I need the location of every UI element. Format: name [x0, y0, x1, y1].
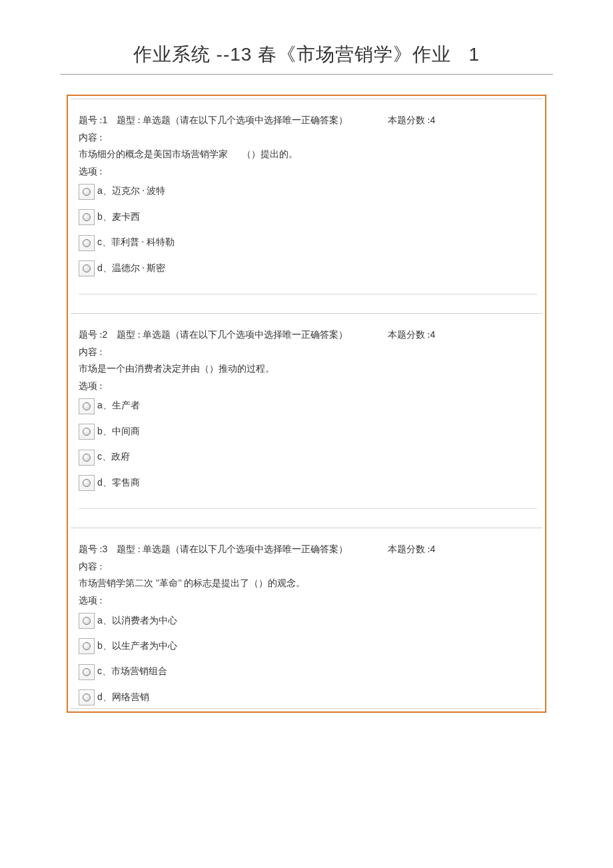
option-item: a、迈克尔 · 波特 — [79, 183, 537, 199]
radio-icon[interactable] — [79, 209, 95, 225]
qno-label: 题号 : — [79, 330, 102, 340]
option-key: d — [97, 262, 103, 273]
option-key: c — [97, 236, 102, 247]
option-key: d — [97, 691, 103, 702]
options-label: 选项 : — [79, 594, 537, 608]
option-key: c — [97, 451, 102, 462]
option-item: c、政府 — [79, 449, 537, 465]
options-list: a、生产者 b、中间商 c、政府 d、零售商 — [79, 398, 537, 491]
question-header: 题号 :2 题型 : 单选题（请在以下几个选项中选择唯一正确答案）本题分数 :4 — [79, 327, 537, 342]
page-title: 作业系统 --13 春《市场营销学》作业 1 — [0, 40, 613, 70]
option-item: d、温德尔 · 斯密 — [79, 260, 537, 276]
radio-icon[interactable] — [79, 613, 95, 629]
option-label: 、市场营销组合 — [102, 666, 167, 676]
score-value: 4 — [430, 544, 435, 554]
option-label: 、以消费者为中心 — [103, 616, 177, 626]
option-label: 、网络营销 — [103, 692, 149, 702]
option-text: a、生产者 — [97, 398, 140, 414]
option-key: b — [97, 426, 103, 436]
radio-icon[interactable] — [79, 424, 95, 440]
question-block: 题号 :2 题型 : 单选题（请在以下几个选项中选择唯一正确答案）本题分数 :4… — [71, 313, 542, 528]
option-text: c、政府 — [97, 449, 130, 465]
score-label: 本题分数 : — [388, 115, 430, 125]
option-item: b、麦卡西 — [79, 209, 537, 225]
qno-value: 3 — [102, 544, 107, 554]
option-text: d、零售商 — [97, 475, 140, 491]
qtype-label: 题型 : — [117, 330, 143, 340]
qno-label: 题号 : — [79, 115, 102, 125]
option-key: b — [97, 640, 103, 651]
questions-container: 题号 :1 题型 : 单选题（请在以下几个选项中选择唯一正确答案）本题分数 :4… — [67, 95, 546, 713]
option-item: b、中间商 — [79, 424, 537, 440]
option-label: 、政府 — [102, 452, 130, 462]
question-stem: 市场细分的概念是美国市场营销学家 （）提出的。 — [79, 147, 537, 162]
score-label: 本题分数 : — [388, 330, 430, 340]
options-label: 选项 : — [79, 165, 537, 179]
title-number: 13 — [230, 44, 252, 65]
radio-icon[interactable] — [79, 260, 95, 276]
title-prefix: 作业系统 -- — [133, 44, 230, 65]
radio-icon[interactable] — [79, 664, 95, 680]
qtype-text: 单选题（请在以下几个选项中选择唯一正确答案） — [143, 544, 348, 554]
option-key: c — [97, 665, 102, 676]
option-item: b、以生产者为中心 — [79, 638, 537, 654]
question-block: 题号 :1 题型 : 单选题（请在以下几个选项中选择唯一正确答案）本题分数 :4… — [71, 99, 542, 313]
radio-icon[interactable] — [79, 638, 95, 654]
radio-icon[interactable] — [79, 450, 95, 466]
inner-divider — [79, 294, 537, 294]
option-label: 、生产者 — [103, 400, 140, 410]
content-label: 内容 : — [79, 560, 537, 574]
inner-divider — [79, 508, 537, 509]
option-text: c、市场营销组合 — [97, 663, 167, 679]
option-label: 、零售商 — [103, 478, 140, 488]
question-block: 题号 :3 题型 : 单选题（请在以下几个选项中选择唯一正确答案）本题分数 :4… — [71, 528, 542, 709]
question-header: 题号 :1 题型 : 单选题（请在以下几个选项中选择唯一正确答案）本题分数 :4 — [79, 113, 537, 128]
qno-value: 2 — [102, 329, 107, 340]
question-stem: 市场营销学第二次 "革命" 的标志是提出了（）的观念。 — [79, 576, 537, 591]
qno-value: 1 — [102, 115, 107, 125]
options-list: a、迈克尔 · 波特 b、麦卡西 c、菲利普 · 科特勒 d、温德尔 · 斯密 — [79, 183, 537, 276]
option-item: d、零售商 — [79, 475, 537, 491]
option-item: a、以消费者为中心 — [79, 613, 537, 629]
stem-pre: 市场细分的概念是美国市场营销学家 — [79, 149, 228, 159]
option-item: a、生产者 — [79, 398, 537, 414]
option-text: a、以消费者为中心 — [97, 613, 177, 629]
stem-post: （）提出的。 — [242, 149, 298, 159]
radio-icon[interactable] — [79, 184, 95, 200]
options-label: 选项 : — [79, 379, 537, 394]
option-label: 、中间商 — [103, 426, 140, 436]
content-label: 内容 : — [79, 131, 537, 145]
qtype-text: 单选题（请在以下几个选项中选择唯一正确答案） — [143, 330, 348, 340]
option-label: 、麦卡西 — [103, 212, 140, 222]
title-mid: 春《市场营销学》作业 — [252, 44, 451, 65]
option-key: a — [97, 185, 103, 196]
option-text: d、网络营销 — [97, 689, 149, 705]
title-divider — [60, 74, 553, 75]
option-label: 、以生产者为中心 — [103, 641, 177, 651]
option-item: c、菲利普 · 科特勒 — [79, 234, 537, 250]
radio-icon[interactable] — [79, 689, 95, 705]
radio-icon[interactable] — [79, 398, 95, 414]
score-wrap: 本题分数 :4 — [388, 327, 435, 342]
title-suffix: 1 — [469, 44, 480, 65]
option-key: a — [97, 615, 103, 626]
option-label: 、迈克尔 · 波特 — [103, 186, 166, 196]
qtype-text: 单选题（请在以下几个选项中选择唯一正确答案） — [143, 115, 348, 125]
qno-label: 题号 : — [79, 544, 102, 554]
option-text: a、迈克尔 · 波特 — [97, 183, 165, 199]
option-key: b — [97, 211, 103, 222]
radio-icon[interactable] — [79, 235, 95, 251]
content-label: 内容 : — [79, 345, 537, 360]
option-text: d、温德尔 · 斯密 — [97, 260, 165, 276]
score-wrap: 本题分数 :4 — [388, 113, 435, 128]
option-text: b、麦卡西 — [97, 209, 140, 225]
question-header: 题号 :3 题型 : 单选题（请在以下几个选项中选择唯一正确答案）本题分数 :4 — [79, 542, 537, 557]
question-stem: 市场是一个由消费者决定并由（）推动的过程。 — [79, 362, 537, 376]
option-text: b、中间商 — [97, 424, 140, 440]
option-text: c、菲利普 · 科特勒 — [97, 234, 175, 250]
option-key: d — [97, 477, 103, 488]
qtype-label: 题型 : — [117, 115, 143, 125]
options-list: a、以消费者为中心 b、以生产者为中心 c、市场营销组合 d、网络营销 — [79, 613, 537, 706]
radio-icon[interactable] — [79, 475, 95, 491]
option-label: 、温德尔 · 斯密 — [103, 263, 166, 273]
